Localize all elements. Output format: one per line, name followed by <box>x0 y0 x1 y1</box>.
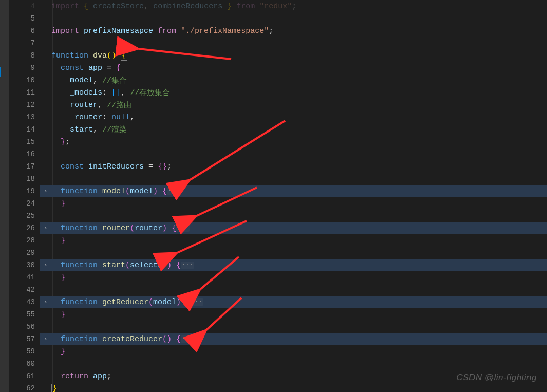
line-number: 62 <box>9 384 40 392</box>
code-line[interactable]: } <box>51 308 547 321</box>
line-number: 9 <box>9 64 40 72</box>
code-line[interactable] <box>51 284 547 296</box>
line-number: 42 <box>9 286 40 294</box>
line-number: 16 <box>9 150 40 158</box>
code-line[interactable]: function start(selector) {··· <box>51 259 547 271</box>
code-line[interactable]: const initReducers = {}; <box>51 160 547 173</box>
code-line[interactable]: } <box>51 197 547 210</box>
code-line[interactable]: function model(model) {··· <box>51 185 547 197</box>
code-line[interactable]: import { createStore, combineReducers } … <box>51 0 547 12</box>
code-line[interactable]: model, //集合 <box>51 74 547 86</box>
line-number-gutter: 4567891011121314151617181924252628293041… <box>9 0 40 392</box>
code-line[interactable]: } <box>51 345 547 358</box>
code-line[interactable] <box>51 148 547 160</box>
line-number: 43 <box>9 298 40 306</box>
line-number: 12 <box>9 101 40 109</box>
line-number: 15 <box>9 138 40 146</box>
line-number: 7 <box>9 39 40 47</box>
line-number: 60 <box>9 360 40 368</box>
active-indicator <box>0 67 1 77</box>
line-number: 6 <box>9 27 40 35</box>
line-number: 41 <box>9 273 40 282</box>
line-number: 24 <box>9 199 40 208</box>
code-line[interactable] <box>51 358 547 370</box>
line-number: 13 <box>9 113 40 121</box>
line-number: 11 <box>9 88 40 97</box>
line-number: 10 <box>9 76 40 84</box>
code-line[interactable]: function getReducer(model) {··· <box>51 296 547 308</box>
line-number: 4 <box>9 2 40 10</box>
line-number: 30 <box>9 261 40 269</box>
line-number: 55 <box>9 310 40 319</box>
code-line[interactable] <box>51 37 547 49</box>
line-number: 26 <box>9 224 40 232</box>
code-line[interactable]: const app = { <box>51 62 547 74</box>
code-editor: 4567891011121314151617181924252628293041… <box>0 0 547 392</box>
chevron-right-icon[interactable]: › <box>40 262 51 268</box>
code-line[interactable]: return app; <box>51 370 547 382</box>
code-line[interactable]: } <box>51 271 547 284</box>
code-line[interactable] <box>51 210 547 222</box>
line-number: 5 <box>9 14 40 23</box>
fold-gutter: ››››› <box>40 0 51 392</box>
code-line[interactable]: function dva() { <box>51 49 547 62</box>
code-area[interactable]: import { createStore, combineReducers } … <box>51 0 547 392</box>
code-line[interactable] <box>51 12 547 25</box>
line-number: 17 <box>9 162 40 171</box>
code-line[interactable] <box>51 173 547 185</box>
line-number: 18 <box>9 175 40 183</box>
line-number: 61 <box>9 372 40 380</box>
code-line[interactable] <box>51 247 547 259</box>
chevron-right-icon[interactable]: › <box>40 336 51 342</box>
code-line[interactable]: }; <box>51 136 547 148</box>
line-number: 14 <box>9 125 40 134</box>
code-line[interactable]: } <box>51 234 547 247</box>
line-number: 28 <box>9 236 40 245</box>
code-line[interactable]: _models: [], //存放集合 <box>51 86 547 99</box>
line-number: 8 <box>9 51 40 60</box>
code-line[interactable]: function createReducer() {··· <box>51 333 547 345</box>
activity-bar[interactable] <box>0 0 9 392</box>
code-line[interactable]: start, //渲染 <box>51 123 547 136</box>
code-line[interactable] <box>51 321 547 333</box>
chevron-right-icon[interactable]: › <box>40 225 51 231</box>
code-line[interactable]: import prefixNamesapce from "./prefixNam… <box>51 25 547 37</box>
line-number: 59 <box>9 347 40 356</box>
line-number: 25 <box>9 212 40 220</box>
line-number: 29 <box>9 249 40 257</box>
code-line[interactable]: _router: null, <box>51 111 547 123</box>
code-line[interactable]: function router(router) {··· <box>51 222 547 234</box>
chevron-right-icon[interactable]: › <box>40 188 51 194</box>
code-line[interactable]: } <box>51 382 547 392</box>
code-line[interactable]: router, //路由 <box>51 99 547 111</box>
line-number: 56 <box>9 323 40 331</box>
chevron-right-icon[interactable]: › <box>40 299 51 305</box>
line-number: 57 <box>9 335 40 343</box>
line-number: 19 <box>9 187 40 195</box>
